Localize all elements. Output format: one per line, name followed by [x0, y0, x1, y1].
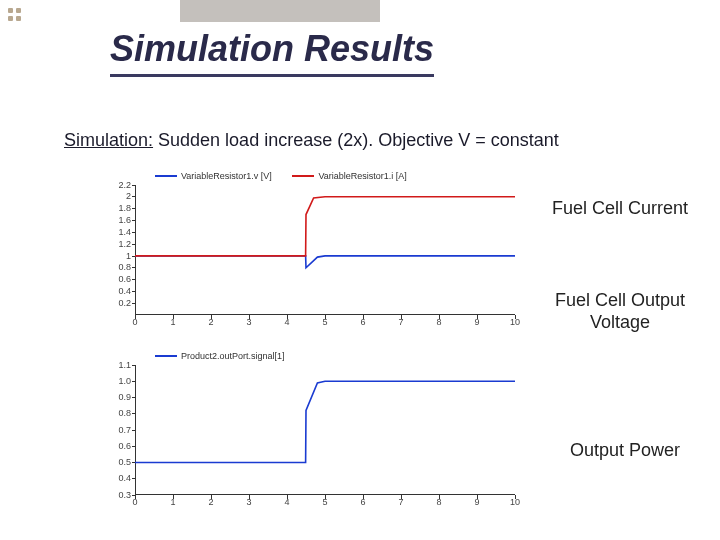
y-tick-label: 1.0 — [95, 376, 131, 386]
chart1-legend: VariableResistor1.v [V] VariableResistor… — [155, 170, 525, 181]
legend-swatch-blue — [155, 355, 177, 357]
y-tick-label: 0.4 — [95, 473, 131, 483]
legend-label-power: Product2.outPort.signal[1] — [181, 351, 285, 361]
corner-ornament-icon — [8, 8, 28, 28]
y-tick-label: 0.6 — [95, 441, 131, 451]
series-voltage_V — [135, 256, 515, 268]
chart2-plot-area: 0.30.40.50.60.70.80.91.01.1012345678910 — [95, 365, 525, 510]
simulation-subtitle: Simulation: Sudden load increase (2x). O… — [64, 130, 559, 151]
y-tick-label: 1 — [95, 251, 131, 261]
annotation-fuel-cell-current: Fuel Cell Current — [530, 198, 710, 220]
y-tick-label: 1.8 — [95, 203, 131, 213]
annotation-output-power: Output Power — [540, 440, 710, 462]
top-bar-decor — [180, 0, 380, 22]
y-tick-label: 0.4 — [95, 286, 131, 296]
y-tick-label: 0.3 — [95, 490, 131, 500]
annotation-fuel-cell-voltage: Fuel Cell Output Voltage — [530, 290, 710, 333]
annotation-voltage-l1: Fuel Cell Output — [555, 290, 685, 310]
chart2-legend: Product2.outPort.signal[1] — [155, 350, 525, 361]
page-title: Simulation Results — [110, 28, 434, 77]
y-tick-label: 0.7 — [95, 425, 131, 435]
legend-swatch-red — [292, 175, 314, 177]
y-tick-label: 0.8 — [95, 262, 131, 272]
annotation-voltage-l2: Voltage — [590, 312, 650, 332]
chart1-plot-area: 0.20.40.60.811.21.41.61.822.201234567891… — [95, 185, 525, 330]
y-tick-label: 1.2 — [95, 239, 131, 249]
subtitle-rest: Sudden load increase (2x). Objective V =… — [153, 130, 559, 150]
y-tick-label: 1.4 — [95, 227, 131, 237]
chart-top-panel: VariableResistor1.v [V] VariableResistor… — [95, 170, 525, 330]
series-current_A — [135, 196, 515, 255]
subtitle-prefix: Simulation: — [64, 130, 153, 150]
y-tick-label: 0.2 — [95, 298, 131, 308]
y-tick-label: 0.6 — [95, 274, 131, 284]
y-tick-label: 0.9 — [95, 392, 131, 402]
legend-label-current: VariableResistor1.i [A] — [318, 171, 406, 181]
y-tick-label: 2 — [95, 191, 131, 201]
y-tick-label: 1.1 — [95, 360, 131, 370]
chart-bottom-panel: Product2.outPort.signal[1] 0.30.40.50.60… — [95, 350, 525, 510]
legend-label-voltage: VariableResistor1.v [V] — [181, 171, 272, 181]
y-tick-label: 2.2 — [95, 180, 131, 190]
series-output_power — [135, 381, 515, 462]
y-tick-label: 1.6 — [95, 215, 131, 225]
y-tick-label: 0.5 — [95, 457, 131, 467]
y-tick-label: 0.8 — [95, 408, 131, 418]
legend-swatch-blue — [155, 175, 177, 177]
